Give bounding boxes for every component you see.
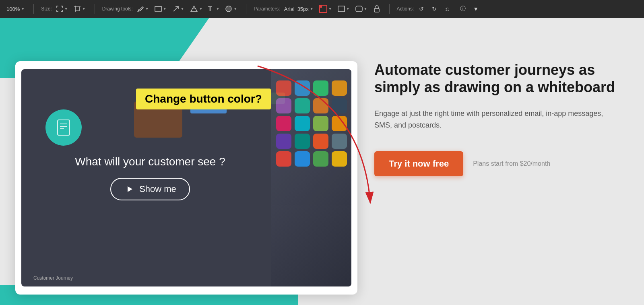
blob-icon bbox=[225, 5, 232, 12]
info-icon: ⓘ bbox=[460, 5, 466, 12]
svg-marker-20 bbox=[128, 186, 132, 192]
svg-rect-16 bbox=[58, 120, 70, 135]
svg-line-7 bbox=[173, 6, 178, 11]
svg-rect-0 bbox=[75, 7, 79, 11]
app-icon-item bbox=[313, 80, 328, 96]
rounded-chevron: ▼ bbox=[364, 7, 367, 11]
sep-5 bbox=[455, 4, 455, 14]
app-icon-item bbox=[276, 134, 291, 149]
text-icon: T bbox=[208, 5, 215, 12]
app-icon-item bbox=[295, 134, 310, 149]
app-icon-item bbox=[276, 116, 291, 131]
history-icon: ⎌ bbox=[446, 6, 449, 12]
crop-icon bbox=[74, 5, 81, 12]
app-icon-item bbox=[295, 151, 310, 167]
undo-btn[interactable]: ↺ bbox=[416, 4, 427, 14]
customer-journey-label: Customer Journey bbox=[33, 275, 73, 281]
app-panel-right bbox=[271, 69, 351, 286]
svg-rect-14 bbox=[356, 6, 362, 12]
pen-icon bbox=[137, 5, 144, 12]
svg-rect-13 bbox=[338, 6, 345, 12]
size-label: Size: bbox=[41, 6, 52, 12]
zoom-group: 100% ▼ bbox=[5, 5, 26, 13]
lock-btn[interactable] bbox=[372, 4, 382, 14]
font-chevron: ▼ bbox=[310, 7, 314, 11]
fill-icon bbox=[338, 6, 345, 12]
rounded-rect-btn[interactable]: ▼ bbox=[354, 5, 369, 13]
expand-icon bbox=[56, 5, 63, 12]
shape-btn[interactable]: ▼ bbox=[188, 4, 204, 13]
pen-chevron: ▼ bbox=[145, 7, 149, 11]
app-icon-item bbox=[332, 116, 347, 131]
stroke-color-btn[interactable]: ▼ bbox=[318, 4, 334, 14]
actions-group: Actions: ↺ ↻ ⎌ ⓘ ▼ bbox=[397, 4, 481, 14]
drawing-tools-label: Drawing tools: bbox=[102, 6, 133, 12]
svg-rect-15 bbox=[374, 8, 379, 12]
arrow-icon bbox=[172, 5, 180, 12]
app-icon-item bbox=[332, 98, 347, 113]
app-icon-item bbox=[332, 151, 347, 167]
app-icon-item bbox=[313, 116, 328, 131]
rounded-rect-icon bbox=[355, 6, 363, 12]
redo-icon: ↻ bbox=[432, 6, 437, 12]
svg-text:T: T bbox=[208, 6, 212, 12]
show-me-button[interactable]: Show me bbox=[110, 178, 190, 200]
right-content-panel: Automate customer journeys as simply as … bbox=[374, 61, 616, 176]
app-icon-item bbox=[313, 134, 328, 149]
font-value: Arial bbox=[284, 6, 295, 12]
rect-btn[interactable]: ▼ bbox=[153, 5, 168, 12]
sep-2 bbox=[95, 4, 95, 14]
blob-btn[interactable]: ▼ bbox=[223, 4, 239, 13]
font-selector[interactable]: Arial 35px ▼ bbox=[283, 5, 315, 13]
fill-color-btn[interactable]: ▼ bbox=[336, 5, 351, 13]
app-icon-item bbox=[295, 80, 310, 96]
app-icon-item bbox=[276, 98, 291, 113]
app-icon-item bbox=[276, 80, 291, 96]
zoom-chevron: ▼ bbox=[21, 7, 25, 11]
app-icon-item bbox=[295, 116, 310, 131]
actions-label: Actions: bbox=[397, 6, 414, 12]
drawing-tools-group: Drawing tools: ▼ ▼ ▼ ▼ T ▼ ▼ bbox=[102, 4, 239, 13]
white-card: Add step here 4 emails ready What will y… bbox=[15, 61, 357, 295]
sep-4 bbox=[389, 4, 390, 14]
svg-rect-6 bbox=[155, 6, 161, 11]
arrow-btn[interactable]: ▼ bbox=[171, 4, 186, 13]
app-grid bbox=[273, 77, 349, 170]
cta-button[interactable]: Try it now free bbox=[374, 151, 463, 176]
parameters-group: Parameters: Arial 35px ▼ ▼ ▼ ▼ bbox=[254, 4, 382, 14]
preview-question: What will your customer see ? bbox=[75, 155, 225, 168]
app-icon-item bbox=[332, 134, 347, 149]
cta-row: Try it now free Plans start from $20/mon… bbox=[374, 151, 616, 176]
app-icon-item bbox=[332, 80, 347, 96]
app-icon-item bbox=[313, 98, 328, 113]
right-subtext: Engage at just the right time with perso… bbox=[374, 108, 616, 131]
zoom-selector[interactable]: 100% ▼ bbox=[5, 5, 26, 13]
size-group: Size: ▼ ▼ bbox=[41, 4, 87, 13]
zoom-value: 100% bbox=[6, 6, 20, 12]
right-headline: Automate customer journeys as simply as … bbox=[374, 61, 616, 96]
app-icon-item bbox=[276, 151, 291, 167]
sep-3 bbox=[246, 4, 246, 14]
blob-chevron: ▼ bbox=[233, 7, 237, 11]
yellow-tooltip: Change button color? bbox=[136, 89, 271, 109]
dark-panel-content: What will your customer see ? Show me bbox=[75, 155, 225, 200]
pen-btn[interactable]: ▼ bbox=[135, 4, 151, 13]
crop-btn[interactable]: ▼ bbox=[72, 4, 87, 13]
app-icon-item bbox=[295, 98, 310, 113]
document-icon bbox=[54, 118, 73, 137]
size-expand-btn[interactable]: ▼ bbox=[54, 4, 70, 13]
info-btn[interactable]: ⓘ bbox=[458, 4, 468, 14]
teal-circle-icon bbox=[45, 109, 82, 146]
text-btn[interactable]: T ▼ bbox=[206, 4, 221, 13]
tooltip-text: Change button color? bbox=[145, 93, 262, 105]
actions-chevron-btn[interactable]: ▼ bbox=[471, 4, 481, 14]
shape-icon bbox=[190, 5, 198, 12]
stroke-color-icon bbox=[319, 5, 327, 13]
redo-btn[interactable]: ↻ bbox=[429, 4, 440, 14]
plans-label: Plans start from $20/month bbox=[473, 160, 550, 167]
lock-icon bbox=[374, 5, 380, 12]
history-btn[interactable]: ⎌ bbox=[442, 4, 452, 14]
sep-1 bbox=[33, 4, 34, 14]
parameters-label: Parameters: bbox=[254, 6, 280, 12]
stroke-chevron: ▼ bbox=[328, 7, 332, 11]
